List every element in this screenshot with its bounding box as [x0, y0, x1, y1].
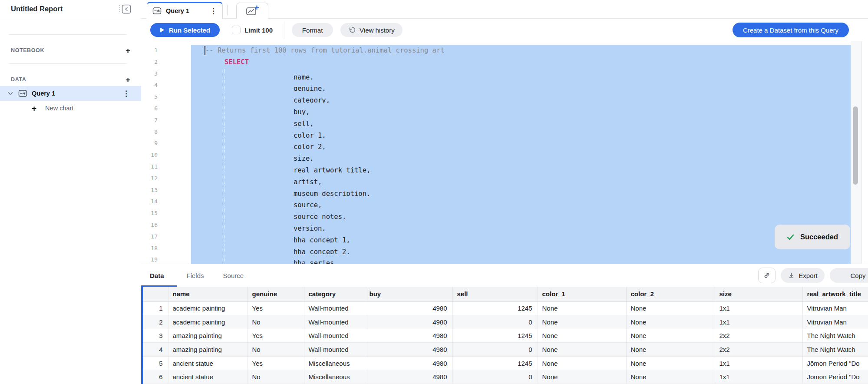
- table-cell[interactable]: Miscellaneous: [304, 356, 365, 370]
- table-cell[interactable]: Wall-mounted: [304, 343, 365, 357]
- column-header[interactable]: name: [168, 287, 248, 301]
- code-line[interactable]: hha_concept_1,: [191, 231, 851, 243]
- table-cell[interactable]: Yes: [248, 301, 304, 315]
- table-cell[interactable]: The Night Watch: [802, 329, 868, 343]
- table-cell[interactable]: None: [538, 329, 626, 343]
- create-dataset-button[interactable]: Create a Dataset from this Query: [733, 23, 849, 37]
- column-header[interactable]: size: [715, 287, 802, 301]
- table-cell[interactable]: 1245: [452, 329, 538, 343]
- table-cell[interactable]: academic painting: [168, 301, 248, 315]
- limit-100-checkbox[interactable]: [232, 26, 241, 34]
- table-cell[interactable]: No: [248, 343, 304, 357]
- table-cell[interactable]: None: [538, 343, 626, 357]
- table-cell[interactable]: Wall-mounted: [304, 315, 365, 329]
- table-cell[interactable]: amazing painting: [168, 329, 248, 343]
- add-data-button[interactable]: +: [125, 76, 130, 84]
- column-header[interactable]: [141, 287, 168, 301]
- table-cell[interactable]: 4980: [365, 356, 452, 370]
- column-header[interactable]: category: [304, 287, 365, 301]
- table-cell[interactable]: The Night Watch: [802, 343, 868, 357]
- table-cell[interactable]: academic painting: [168, 315, 248, 329]
- table-cell[interactable]: 2x2: [715, 329, 802, 343]
- tab-fields[interactable]: Fields: [177, 264, 214, 287]
- table-cell[interactable]: None: [626, 356, 715, 370]
- table-cell[interactable]: 4980: [365, 329, 452, 343]
- copy-button[interactable]: Copy: [830, 268, 868, 283]
- share-link-button[interactable]: [758, 268, 776, 283]
- table-cell[interactable]: None: [626, 329, 715, 343]
- column-header[interactable]: genuine: [248, 287, 304, 301]
- table-cell[interactable]: None: [626, 301, 715, 315]
- code-line[interactable]: buy,: [191, 103, 851, 115]
- run-selected-button[interactable]: Run Selected: [150, 23, 220, 37]
- table-cell[interactable]: ancient statue: [168, 356, 248, 370]
- code-line[interactable]: name,: [191, 68, 851, 80]
- code-line[interactable]: hha_series,: [191, 254, 851, 264]
- column-header[interactable]: color_1: [538, 287, 626, 301]
- code-line[interactable]: real_artwork_title,: [191, 161, 851, 173]
- code-line[interactable]: category,: [191, 91, 851, 103]
- table-cell[interactable]: None: [626, 343, 715, 357]
- tab-data[interactable]: Data: [141, 264, 177, 287]
- table-cell[interactable]: 4980: [365, 343, 452, 357]
- export-button[interactable]: Export: [781, 268, 825, 283]
- editor-scrollbar-thumb[interactable]: [853, 106, 858, 185]
- table-cell[interactable]: None: [626, 370, 715, 384]
- table-cell[interactable]: Yes: [248, 356, 304, 370]
- tab-options-kebab-icon[interactable]: ⋮: [210, 7, 217, 15]
- code-line[interactable]: -- Returns first 100 rows from tutorial.…: [191, 45, 851, 56]
- code-line[interactable]: version,: [191, 219, 851, 231]
- column-header[interactable]: color_2: [626, 287, 715, 301]
- code-line[interactable]: color_1,: [191, 126, 851, 138]
- table-cell[interactable]: 0: [452, 343, 538, 357]
- sidebar-item-query1[interactable]: Query 1 ⋮: [0, 86, 141, 101]
- code-line[interactable]: artist,: [191, 173, 851, 185]
- table-cell[interactable]: Yes: [248, 329, 304, 343]
- code-line[interactable]: genuine,: [191, 79, 851, 91]
- table-cell[interactable]: 1x1: [715, 315, 802, 329]
- column-header[interactable]: sell: [452, 287, 538, 301]
- table-cell[interactable]: 4980: [365, 315, 452, 329]
- sql-editor[interactable]: 12345678910111213141516171819 -- Returns…: [141, 41, 868, 264]
- code-line[interactable]: color_2,: [191, 138, 851, 149]
- table-cell[interactable]: None: [538, 315, 626, 329]
- code-line[interactable]: size,: [191, 149, 851, 161]
- tab-add-chart[interactable]: [236, 3, 268, 19]
- table-cell[interactable]: 0: [452, 370, 538, 384]
- code-line[interactable]: museum_description,: [191, 185, 851, 196]
- tab-query1[interactable]: Query 1 ⋮: [147, 2, 223, 19]
- table-cell[interactable]: 1245: [452, 301, 538, 315]
- table-cell[interactable]: 1x1: [715, 301, 802, 315]
- collapse-sidebar-button[interactable]: [118, 3, 132, 15]
- table-cell[interactable]: 4980: [365, 370, 452, 384]
- table-cell[interactable]: Wall-mounted: [304, 301, 365, 315]
- table-cell[interactable]: 0: [452, 315, 538, 329]
- table-cell[interactable]: No: [248, 370, 304, 384]
- table-cell[interactable]: 4980: [365, 301, 452, 315]
- table-cell[interactable]: Miscellaneous: [304, 370, 365, 384]
- code-line[interactable]: source,: [191, 196, 851, 208]
- column-header[interactable]: buy: [365, 287, 452, 301]
- table-cell[interactable]: No: [248, 315, 304, 329]
- table-cell[interactable]: Jōmon Period "Do: [802, 370, 868, 384]
- table-cell[interactable]: 1245: [452, 356, 538, 370]
- table-cell[interactable]: None: [538, 301, 626, 315]
- code-line[interactable]: source_notes,: [191, 208, 851, 219]
- tab-source[interactable]: Source: [214, 264, 254, 287]
- code-line[interactable]: hha_concept_2,: [191, 243, 851, 255]
- table-cell[interactable]: Jōmon Period "Do: [802, 356, 868, 370]
- table-cell[interactable]: 1x1: [715, 356, 802, 370]
- code-line[interactable]: sell,: [191, 115, 851, 126]
- limit-100-label[interactable]: Limit 100: [244, 26, 273, 34]
- editor-code[interactable]: -- Returns first 100 rows from tutorial.…: [191, 41, 851, 264]
- table-cell[interactable]: 2x2: [715, 343, 802, 357]
- table-cell[interactable]: None: [538, 356, 626, 370]
- table-cell[interactable]: None: [626, 315, 715, 329]
- sidebar-item-new-chart[interactable]: + New chart: [0, 102, 141, 115]
- table-cell[interactable]: Wall-mounted: [304, 329, 365, 343]
- column-header[interactable]: real_artwork_title: [802, 287, 868, 301]
- code-line[interactable]: SELECT: [191, 56, 851, 68]
- format-button[interactable]: Format: [292, 23, 333, 37]
- table-cell[interactable]: Vitruvian Man: [802, 315, 868, 329]
- query-options-kebab-icon[interactable]: ⋮: [122, 90, 130, 97]
